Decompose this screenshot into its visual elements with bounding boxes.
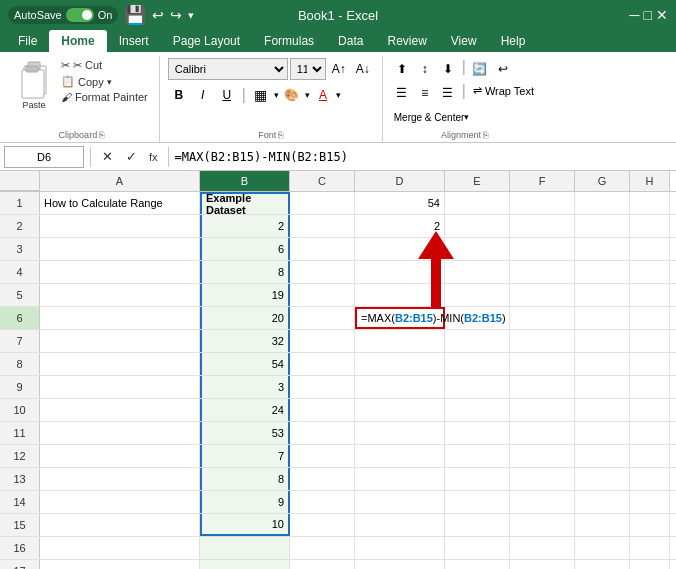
cell-c5[interactable] <box>290 284 355 306</box>
cell-f5[interactable] <box>510 284 575 306</box>
cell-h1[interactable] <box>630 192 670 214</box>
merge-center-button[interactable]: Merge & Center ▾ <box>391 106 473 128</box>
cell-a5[interactable] <box>40 284 200 306</box>
cell-c1[interactable] <box>290 192 355 214</box>
cell-g6[interactable] <box>575 307 630 329</box>
cell-g14[interactable] <box>575 491 630 513</box>
cell-g11[interactable] <box>575 422 630 444</box>
formula-input[interactable] <box>175 146 672 168</box>
cell-d17[interactable] <box>355 560 445 569</box>
fx-icon[interactable]: fx <box>145 151 162 163</box>
cell-f10[interactable] <box>510 399 575 421</box>
cell-b10[interactable]: 24 <box>200 399 290 421</box>
cell-b8[interactable]: 54 <box>200 353 290 375</box>
cell-b1[interactable]: Example Dataset <box>200 192 290 214</box>
cell-g4[interactable] <box>575 261 630 283</box>
cell-h6[interactable] <box>630 307 670 329</box>
cell-f14[interactable] <box>510 491 575 513</box>
cell-h16[interactable] <box>630 537 670 559</box>
cell-c6[interactable] <box>290 307 355 329</box>
cell-d14[interactable] <box>355 491 445 513</box>
cell-e5[interactable] <box>445 284 510 306</box>
cell-c4[interactable] <box>290 261 355 283</box>
border-dropdown-arrow[interactable]: ▾ <box>274 90 279 100</box>
cell-d12[interactable] <box>355 445 445 467</box>
cell-f9[interactable] <box>510 376 575 398</box>
col-header-a[interactable]: A <box>40 171 200 191</box>
cell-g2[interactable] <box>575 215 630 237</box>
cell-f16[interactable] <box>510 537 575 559</box>
cell-a17[interactable] <box>40 560 200 569</box>
cell-b9[interactable]: 3 <box>200 376 290 398</box>
cell-h4[interactable] <box>630 261 670 283</box>
cell-a3[interactable] <box>40 238 200 260</box>
cell-b3[interactable]: 6 <box>200 238 290 260</box>
cell-b6[interactable]: 20 <box>200 307 290 329</box>
cell-g8[interactable] <box>575 353 630 375</box>
col-header-c[interactable]: C <box>290 171 355 191</box>
cell-f3[interactable] <box>510 238 575 260</box>
align-bottom-button[interactable]: ⬇ <box>437 58 459 80</box>
cell-b14[interactable]: 9 <box>200 491 290 513</box>
cell-f6[interactable] <box>510 307 575 329</box>
cell-g7[interactable] <box>575 330 630 352</box>
tab-file[interactable]: File <box>6 30 49 52</box>
cell-h5[interactable] <box>630 284 670 306</box>
font-color-dropdown-arrow[interactable]: ▾ <box>336 90 341 100</box>
cell-c16[interactable] <box>290 537 355 559</box>
col-header-g[interactable]: G <box>575 171 630 191</box>
cell-e10[interactable] <box>445 399 510 421</box>
cell-e1[interactable] <box>445 192 510 214</box>
tab-view[interactable]: View <box>439 30 489 52</box>
cell-e15[interactable] <box>445 514 510 536</box>
cell-a6[interactable] <box>40 307 200 329</box>
cell-e3[interactable] <box>445 238 510 260</box>
cell-d7[interactable] <box>355 330 445 352</box>
copy-dropdown-arrow[interactable]: ▾ <box>107 77 112 87</box>
cell-h3[interactable] <box>630 238 670 260</box>
underline-button[interactable]: U <box>216 84 238 106</box>
cell-d13[interactable] <box>355 468 445 490</box>
cell-a14[interactable] <box>40 491 200 513</box>
cell-a16[interactable] <box>40 537 200 559</box>
cell-e14[interactable] <box>445 491 510 513</box>
cell-c8[interactable] <box>290 353 355 375</box>
cell-h2[interactable] <box>630 215 670 237</box>
formula-confirm-button[interactable]: ✓ <box>121 147 141 167</box>
cell-e4[interactable] <box>445 261 510 283</box>
cell-e13[interactable] <box>445 468 510 490</box>
cell-f13[interactable] <box>510 468 575 490</box>
cell-g13[interactable] <box>575 468 630 490</box>
align-middle-button[interactable]: ↕ <box>414 58 436 80</box>
cell-h14[interactable] <box>630 491 670 513</box>
cell-f11[interactable] <box>510 422 575 444</box>
cell-a11[interactable] <box>40 422 200 444</box>
cell-h9[interactable] <box>630 376 670 398</box>
font-increase-button[interactable]: A↑ <box>328 58 350 80</box>
border-button[interactable]: ▦ <box>250 84 272 106</box>
undo-icon[interactable]: ↩ <box>152 7 164 23</box>
cell-h7[interactable] <box>630 330 670 352</box>
cell-d6-active[interactable]: =MAX(B2:B15)-MIN(B2:B15) <box>355 307 445 329</box>
cell-e8[interactable] <box>445 353 510 375</box>
cell-g15[interactable] <box>575 514 630 536</box>
cell-c7[interactable] <box>290 330 355 352</box>
align-right-button[interactable]: ☰ <box>437 82 459 104</box>
cell-f4[interactable] <box>510 261 575 283</box>
merge-dropdown-arrow[interactable]: ▾ <box>464 112 469 122</box>
tab-data[interactable]: Data <box>326 30 375 52</box>
tab-page-layout[interactable]: Page Layout <box>161 30 252 52</box>
cell-g9[interactable] <box>575 376 630 398</box>
cell-e7[interactable] <box>445 330 510 352</box>
tab-help[interactable]: Help <box>489 30 538 52</box>
format-painter-button[interactable]: 🖌 Format Painter <box>58 90 151 104</box>
cell-d8[interactable] <box>355 353 445 375</box>
cell-f7[interactable] <box>510 330 575 352</box>
cell-c9[interactable] <box>290 376 355 398</box>
cell-g16[interactable] <box>575 537 630 559</box>
cell-h11[interactable] <box>630 422 670 444</box>
indent-button[interactable]: ↩ <box>492 58 514 80</box>
cell-h13[interactable] <box>630 468 670 490</box>
tab-home[interactable]: Home <box>49 30 106 52</box>
font-decrease-button[interactable]: A↓ <box>352 58 374 80</box>
